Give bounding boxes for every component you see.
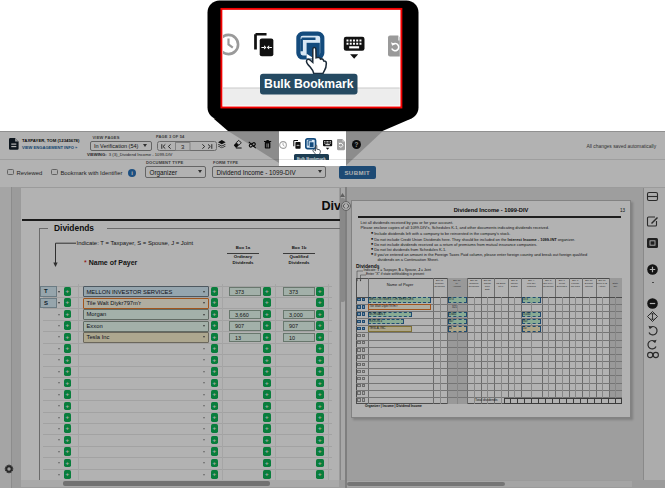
- svg-text:?: ?: [355, 141, 359, 148]
- svg-text:Bulk Bookmark: Bulk Bookmark: [264, 77, 354, 91]
